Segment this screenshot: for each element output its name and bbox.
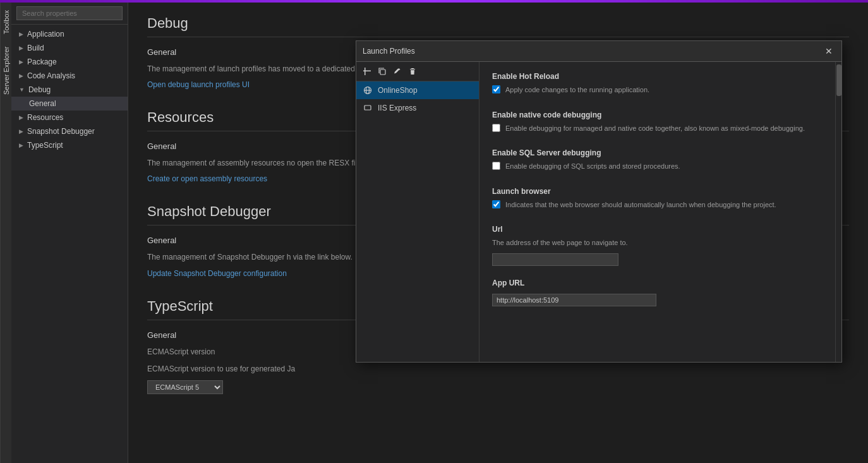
- svg-rect-6: [365, 105, 371, 110]
- nav-items: ▶ Application ▶ Build ▶ Package ▶ Code A…: [11, 25, 128, 463]
- native-debugging-label: Enable native code debugging: [492, 111, 823, 119]
- url-label: Url: [492, 225, 823, 234]
- rename-profile-button[interactable]: [390, 64, 404, 78]
- profile-item-onlineshop[interactable]: OnlineShop: [356, 81, 479, 99]
- profile-item-iis-express[interactable]: IIS Express: [356, 99, 479, 117]
- sidebar-item-debug-general[interactable]: General: [11, 97, 128, 111]
- sidebar: ▶ Application ▶ Build ▶ Package ▶ Code A…: [11, 3, 128, 463]
- url-desc: The address of the web page to navigate …: [492, 238, 823, 248]
- ecmascript-desc: ECMAScript version to use for generated …: [147, 363, 849, 375]
- profile-list: OnlineShop IIS Express: [356, 81, 479, 362]
- app-url-group: App URL: [492, 279, 823, 306]
- arrow-icon: ▶: [19, 73, 23, 79]
- launch-browser-group: Launch browser Indicates that the web br…: [492, 187, 823, 213]
- launch-browser-checkbox[interactable]: [492, 200, 500, 208]
- arrow-icon: ▶: [19, 114, 23, 121]
- server-explorer-tab[interactable]: Server Explorer: [1, 44, 11, 97]
- hot-reload-checkbox-label: Apply code changes to the running applic…: [505, 85, 649, 95]
- dialog-close-button[interactable]: ✕: [823, 45, 835, 57]
- native-debugging-checkbox[interactable]: [492, 124, 500, 132]
- launch-browser-checkbox-row: Indicates that the web browser should au…: [492, 200, 823, 213]
- settings-panel: Enable Hot Reload Apply code changes to …: [479, 62, 835, 362]
- hot-reload-checkbox[interactable]: [492, 85, 500, 93]
- sidebar-item-debug[interactable]: ▼ Debug: [11, 83, 128, 97]
- arrow-icon: ▶: [19, 142, 23, 148]
- app-url-input[interactable]: [492, 294, 656, 306]
- arrow-icon: ▶: [19, 128, 23, 135]
- sidebar-item-label: Debug: [28, 85, 51, 94]
- profile-item-label: IIS Express: [378, 104, 416, 112]
- add-profile-button[interactable]: [360, 64, 374, 78]
- search-bar-container: [11, 3, 128, 25]
- sidebar-item-label: Build: [27, 44, 44, 52]
- launch-browser-label: Launch browser: [492, 187, 823, 196]
- arrow-icon: ▶: [19, 59, 23, 65]
- debug-title: Debug: [147, 15, 849, 32]
- arrow-icon: ▶: [19, 31, 23, 37]
- search-input[interactable]: [16, 6, 123, 20]
- arrow-icon: ▼: [19, 87, 25, 93]
- sidebar-item-label: Package: [27, 57, 57, 66]
- sql-debugging-checkbox-row: Enable debugging of SQL scripts and stor…: [492, 161, 823, 174]
- update-snapshot-debugger-link[interactable]: Update Snapshot Debugger configuration: [147, 269, 287, 278]
- native-debugging-checkbox-label: Enable debugging for managed and native …: [505, 123, 805, 134]
- hot-reload-label: Enable Hot Reload: [492, 72, 823, 81]
- url-input[interactable]: [492, 253, 618, 266]
- sidebar-item-label: TypeScript: [27, 141, 63, 150]
- create-assembly-resources-link[interactable]: Create or open assembly resources: [147, 174, 267, 183]
- native-debugging-checkbox-row: Enable debugging for managed and native …: [492, 123, 823, 136]
- svg-rect-1: [363, 71, 371, 72]
- sidebar-item-label: Code Analysis: [27, 71, 75, 80]
- sql-debugging-checkbox[interactable]: [492, 162, 500, 170]
- open-debug-profiles-link[interactable]: Open debug launch profiles UI: [147, 80, 250, 89]
- debug-divider: [147, 37, 849, 37]
- sidebar-item-label: Application: [27, 30, 64, 39]
- sql-debugging-label: Enable SQL Server debugging: [492, 148, 823, 157]
- sidebar-item-label: General: [29, 99, 56, 108]
- sidebar-item-application[interactable]: ▶ Application: [11, 27, 128, 41]
- toolbox-tab[interactable]: Toolbox: [1, 8, 11, 37]
- iis-express-profile-icon: [363, 103, 373, 113]
- launch-profiles-dialog: Launch Profiles ✕: [356, 40, 842, 363]
- sidebar-item-package[interactable]: ▶ Package: [11, 55, 128, 69]
- sidebar-item-label: Resources: [27, 113, 63, 122]
- url-group: Url The address of the web page to navig…: [492, 225, 823, 266]
- sql-debugging-checkbox-label: Enable debugging of SQL scripts and stor…: [505, 161, 680, 172]
- profiles-panel: OnlineShop IIS Express: [356, 62, 479, 362]
- onlineshop-profile-icon: [363, 85, 373, 95]
- hot-reload-group: Enable Hot Reload Apply code changes to …: [492, 72, 823, 98]
- dialog-body: OnlineShop IIS Express: [356, 62, 841, 362]
- hot-reload-checkbox-row: Apply code changes to the running applic…: [492, 85, 823, 98]
- dialog-title: Launch Profiles: [363, 47, 415, 56]
- arrow-icon: ▶: [19, 45, 23, 51]
- native-debugging-group: Enable native code debugging Enable debu…: [492, 111, 823, 136]
- copy-profile-button[interactable]: [375, 64, 389, 78]
- profile-item-label: OnlineShop: [378, 86, 418, 95]
- ecmascript-version-select[interactable]: ECMAScript 5: [147, 380, 223, 394]
- dialog-scrollbar-thumb: [836, 64, 841, 96]
- sidebar-item-typescript[interactable]: ▶ TypeScript: [11, 138, 128, 152]
- main-content: Debug General The management of launch p…: [128, 3, 868, 463]
- sidebar-item-snapshot-debugger[interactable]: ▶ Snapshot Debugger: [11, 124, 128, 138]
- sql-debugging-group: Enable SQL Server debugging Enable debug…: [492, 148, 823, 174]
- dialog-header: Launch Profiles ✕: [356, 41, 841, 62]
- delete-profile-button[interactable]: [406, 64, 419, 78]
- dialog-scrollbar[interactable]: [835, 62, 841, 362]
- app-url-label: App URL: [492, 279, 823, 287]
- launch-browser-checkbox-label: Indicates that the web browser should au…: [505, 200, 776, 210]
- profiles-toolbar: [356, 62, 479, 81]
- sidebar-item-code-analysis[interactable]: ▶ Code Analysis: [11, 69, 128, 83]
- sidebar-item-build[interactable]: ▶ Build: [11, 41, 128, 55]
- vertical-tabs-panel: Server Explorer Toolbox: [0, 3, 11, 463]
- sidebar-item-label: Snapshot Debugger: [27, 127, 95, 136]
- sidebar-item-resources[interactable]: ▶ Resources: [11, 111, 128, 124]
